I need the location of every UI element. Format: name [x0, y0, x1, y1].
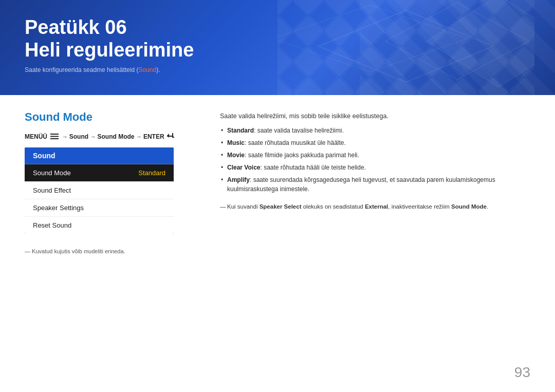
bullet-amplify: Amplify: saate suurendada kõrgsagedusega… — [220, 175, 530, 194]
arrow-2: → — [90, 134, 97, 140]
bullet-list: Standard: saate valida tavalise helireži… — [220, 126, 530, 194]
tv-menu-item-soundeffect[interactable]: Sound Effect — [25, 182, 174, 199]
bullet-bold-clearvoice: Clear Voice — [227, 164, 260, 171]
bullet-standard: Standard: saate valida tavalise helireži… — [220, 126, 530, 135]
enter-icon — [167, 133, 175, 141]
menu-path: MENÜÜ → Sound → Sound Mode → ENTER — [25, 133, 199, 141]
menu-prefix: MENÜÜ — [25, 133, 47, 140]
right-intro: Saate valida helirežiimi, mis sobib teil… — [220, 113, 530, 120]
svg-rect-13 — [172, 133, 173, 137]
bullet-bold-amplify: Amplify — [227, 176, 250, 183]
subtitle-end: ). — [156, 66, 160, 73]
image-note: Kuvatud kujutis võib mudeliti erineda. — [25, 248, 199, 254]
bullet-music: Music: saate rõhutada muusikat üle häält… — [220, 138, 530, 147]
svg-marker-12 — [167, 134, 169, 138]
tv-menu-item-label-soundeffect: Sound Effect — [33, 186, 71, 194]
menu-item-enter: ENTER — [143, 133, 164, 140]
subtitle-text: Saate konfigureerida seadme helisätteid … — [25, 66, 138, 73]
page-title: Peatükk 06 Heli reguleerimine — [25, 16, 530, 61]
footer-note: Kui suvandi Speaker Select olekuks on se… — [220, 202, 530, 211]
bullet-bold-music: Music — [227, 139, 245, 146]
header-banner: Peatükk 06 Heli reguleerimine Saate konf… — [0, 0, 555, 95]
bullet-bold-movie: Movie — [227, 152, 245, 159]
page-number: 93 — [514, 364, 530, 381]
arrow-1: → — [62, 134, 69, 140]
tv-menu-item-resetsound[interactable]: Reset Sound — [25, 217, 174, 234]
footer-note-middle: olekuks on seadistatud — [302, 203, 365, 210]
tv-menu-item-label-resetsound: Reset Sound — [33, 221, 71, 229]
sound-link[interactable]: Sound — [138, 66, 156, 73]
right-column: Saate valida helirežiimi, mis sobib teil… — [220, 110, 530, 254]
footer-note-bold2: External — [365, 203, 388, 210]
left-column: Sound Mode MENÜÜ → Sound → Sound Mode → … — [25, 110, 199, 254]
menu-item-soundmode: Sound Mode — [97, 133, 134, 140]
bullet-text-music: : saate rõhutada muusikat üle häälte. — [245, 139, 346, 146]
svg-rect-9 — [50, 136, 59, 137]
bullet-movie: Movie: saate filmide jaoks pakkuda parim… — [220, 151, 530, 160]
main-content: Sound Mode MENÜÜ → Sound → Sound Mode → … — [0, 95, 555, 265]
footer-note-bold1: Speaker Select — [260, 203, 302, 210]
tv-menu-item-label-speakersettings: Speaker Settings — [33, 204, 84, 212]
tv-menu: Sound Sound Mode Standard Sound Effect S… — [25, 147, 174, 234]
bullet-bold-standard: Standard — [227, 127, 254, 134]
svg-rect-14 — [172, 137, 174, 138]
bullet-text-amplify: : saate suurendada kõrgsagedusega heli t… — [227, 176, 495, 193]
bullet-clearvoice: Clear Voice: saate rõhutada hääli üle te… — [220, 163, 530, 172]
footer-note-bold3: Sound Mode — [451, 203, 487, 210]
section-title: Sound Mode — [25, 110, 199, 124]
tv-menu-item-value-soundmode: Standard — [138, 169, 165, 177]
arrow-3: → — [136, 134, 143, 140]
chapter-title: Heli reguleerimine — [25, 39, 194, 61]
chapter-label: Peatükk 06 — [25, 16, 127, 38]
bullet-text-clearvoice: : saate rõhutada hääli üle teiste helide… — [260, 164, 365, 171]
tv-menu-item-soundmode[interactable]: Sound Mode Standard — [25, 164, 174, 182]
footer-note-prefix: Kui suvandi — [227, 203, 260, 210]
footer-note-suffix: , inaktiveeritakse režiim — [388, 203, 451, 210]
tv-menu-header: Sound — [25, 147, 174, 164]
menu-item-sound: Sound — [69, 133, 88, 140]
tv-menu-item-label-soundmode: Sound Mode — [33, 169, 71, 177]
footer-note-end: . — [487, 203, 488, 210]
menu-icon — [50, 134, 59, 141]
tv-menu-item-speakersettings[interactable]: Speaker Settings — [25, 199, 174, 217]
bullet-text-movie: : saate filmide jaoks pakkuda parimat he… — [245, 152, 359, 159]
svg-rect-8 — [50, 134, 59, 135]
bullet-text-standard: : saate valida tavalise helirežiimi. — [254, 127, 344, 134]
header-subtitle: Saate konfigureerida seadme helisätteid … — [25, 66, 530, 73]
svg-rect-10 — [50, 138, 59, 139]
tv-menu-items: Sound Mode Standard Sound Effect Speaker… — [25, 164, 174, 234]
